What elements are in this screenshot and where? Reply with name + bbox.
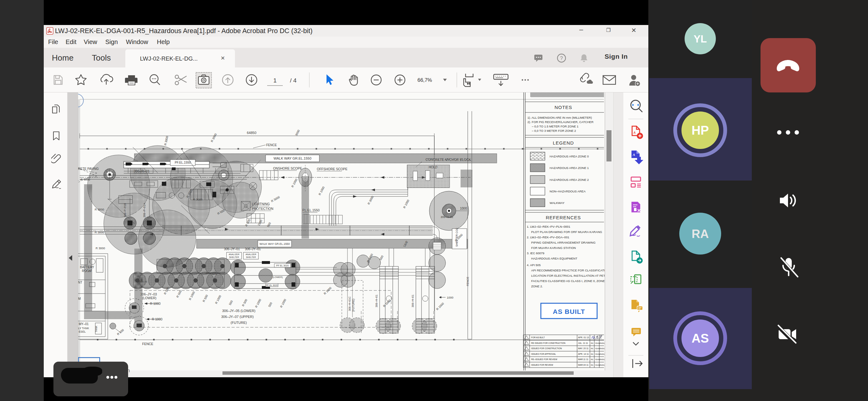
svg-text:MAR.11 11: MAR.11 11 [578,358,588,360]
svg-text:HAZARDOUS AREA ZONE 2: HAZARDOUS AREA ZONE 2 [550,178,589,181]
svg-text:ZN/DUD: ZN/DUD [599,353,604,355]
svg-text:REFERENCES: REFERENCES [546,215,581,220]
svg-text:HAZARDOUS AREA ZONE 0: HAZARDOUS AREA ZONE 0 [550,155,589,158]
svg-text:– 0,0 TO 1.5 METER FOR Z: – 0,0 TO 1.5 METER FOR ZONE 1 [532,125,578,128]
svg-text:RS: RS [591,364,593,366]
svg-text:A: A [632,153,635,157]
svg-text:RA: RA [692,227,709,240]
svg-text:APR. 14 11: APR. 14 11 [578,353,589,355]
svg-text:1: 1 [273,77,277,84]
svg-text:FOR AS BULT: FOR AS BULT [531,336,545,338]
svg-text:AS: AS [691,331,709,345]
svg-text:ZN/DUD: ZN/DUD [599,364,604,366]
svg-text:HAZARDOUS AREA EQUIPMENT: HAZARDOUS AREA EQUIPMENT [531,257,578,260]
svg-text:2. LWJ–02–REK–PV–DGA–001: 2. LWJ–02–REK–PV–DGA–001 [527,235,569,239]
svg-text:PIPING GENERAL ARRANGEMENT: PIPING GENERAL ARRANGEMENT DRAWING [531,241,595,244]
svg-text:ZN/DUD: ZN/DUD [599,342,604,344]
svg-text:AS BUILT: AS BUILT [553,308,585,315]
svg-text:?: ? [560,56,563,61]
svg-text:/ 4: / 4 [290,77,297,84]
svg-text:– 0,0 TO 3 METER FOR ZON: – 0,0 TO 3 METER FOR ZONE 2 [532,129,576,132]
svg-text:FACILITIES CLASSIFIED AS CL: FACILITIES CLASSIFIED AS CLASS I, ZONE 0… [531,279,604,282]
svg-text:LEGEND: LEGEND [553,140,574,145]
svg-text:RE ISSUED FOR CONSTRUCTION: RE ISSUED FOR CONSTRUCTION [531,342,565,344]
svg-text:2). FOR PIG RECEIVER/LAUNCH: 2). FOR PIG RECEIVER/LAUNCHER, CATCHER [527,120,594,124]
svg-text:ZN/DUD: ZN/DUD [599,347,604,349]
svg-text:MAR.04 11: MAR.04 11 [578,364,589,366]
svg-text:RS: RS [591,342,593,344]
svg-text:ZN/DUD: ZN/DUD [599,359,604,360]
svg-text:3. IEC 60079: 3. IEC 60079 [527,252,544,255]
svg-text:APR. 01 13: APR. 01 13 [578,336,589,338]
svg-text:NOTES: NOTES [555,105,572,110]
svg-text:NON–HAZARDOUS AREA: NON–HAZARDOUS AREA [550,190,586,193]
svg-text:ZONE 2.: ZONE 2. [531,285,543,288]
svg-text:RS: RS [591,359,593,360]
svg-text:HP: HP [691,123,709,137]
svg-text:ISSUED FOR APPROVAL: ISSUED FOR APPROVAL [531,353,556,355]
svg-text:RS: RS [591,353,593,355]
svg-text:66,7%: 66,7% [417,77,432,83]
svg-text:WALKWAY: WALKWAY [550,201,565,205]
svg-text:API RECOMMENDED PRACTICE FO: API RECOMMENDED PRACTICE FOR CLASSIFICAT… [531,269,604,272]
svg-text:4. API 505: 4. API 505 [527,263,540,267]
svg-text:YL: YL [694,33,707,45]
svg-text:A: A [633,131,636,134]
svg-text:ISSUED FOR CONSTRUCTION: ISSUED FOR CONSTRUCTION [531,347,562,349]
svg-text:JUL. 11 11: JUL. 11 11 [578,342,588,344]
svg-text:PLOT PLAN DRAWING FOR ORF: PLOT PLAN DRAWING FOR ORF MUARA KARANG [531,230,602,234]
svg-text:1. LWJ–02–REK–PV–PLN–0001: 1. LWJ–02–REK–PV–PLN–0001 [527,225,570,228]
svg-text:LOCATION FOR ELECTRICAL INS: LOCATION FOR ELECTRICAL INSTALLATION AT … [531,274,604,277]
svg-text:MAY. 20 11: MAY. 20 11 [578,347,589,349]
svg-text:ISSUED FOR REVIEW: ISSUED FOR REVIEW [531,364,553,366]
svg-text:RS: RS [591,347,593,349]
svg-text:RE–ISSUED FOR REVIEW: RE–ISSUED FOR REVIEW [531,358,557,360]
svg-text:HAZARDOUS AREA ZONE 1: HAZARDOUS AREA ZONE 1 [550,166,589,170]
svg-text:1). ALL DIMENSION ARE IN: 1). ALL DIMENSION ARE IN mm (MILLIMETER) [527,116,592,119]
svg-text:FOR MUARA KARANG STATION: FOR MUARA KARANG STATION [531,246,576,249]
